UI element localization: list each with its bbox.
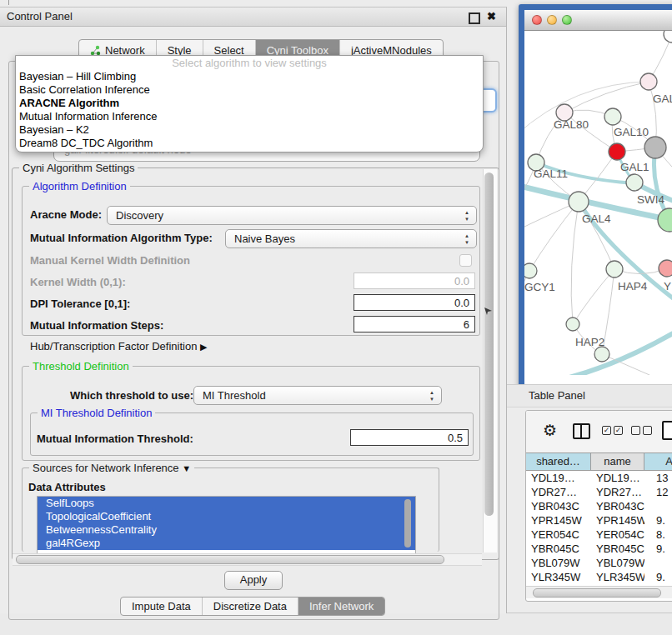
table-cell: 12 — [644, 485, 672, 499]
network-node-bottom-partial[interactable] — [594, 347, 609, 362]
table-hscrollbar-thumb[interactable] — [533, 588, 661, 598]
table-cell: YER054C — [526, 528, 591, 542]
minimize-traffic-light[interactable] — [547, 15, 557, 25]
network-node-gal4[interactable] — [569, 192, 589, 212]
dpi-tolerance-label: DPI Tolerance [0,1]: — [30, 298, 130, 310]
network-node-swi4[interactable] — [626, 174, 643, 191]
algorithm-option[interactable]: Bayesian – Hill Climbing — [16, 70, 483, 83]
table-row[interactable]: YBR043CYBR043C — [526, 499, 672, 513]
sources-title: Sources for Network Inference — [33, 462, 179, 474]
tab-impute-data[interactable]: Impute Data — [121, 598, 203, 615]
network-node-gray[interactable] — [644, 137, 666, 158]
column-header[interactable]: shared… — [526, 453, 591, 470]
manual-kernel-checkbox[interactable] — [459, 254, 472, 267]
table-body: YDL19…YDL19…13YDR27…YDR27…12YBR043CYBR04… — [526, 471, 672, 586]
node-label: SWI4 — [637, 193, 664, 206]
network-window-titlebar[interactable] — [524, 10, 672, 31]
document-icon[interactable] — [662, 421, 672, 440]
algorithm-option[interactable]: Bayesian – K2 — [16, 123, 483, 137]
table-row[interactable]: YPR145WYPR145W9. — [526, 513, 672, 528]
algorithm-option[interactable]: Mutual Information Inference — [16, 110, 483, 123]
network-node-hap2[interactable] — [566, 318, 579, 331]
attribute-list-scrollbar[interactable] — [404, 499, 411, 548]
table-row[interactable]: YBR045CYBR045C9. — [526, 542, 672, 556]
table-cell: YBR045C — [591, 542, 644, 556]
settings-scrollbar-thumb[interactable] — [484, 172, 494, 516]
sources-expander[interactable]: Sources for Network Inference ▼ — [29, 462, 194, 474]
network-icon — [90, 45, 101, 56]
mi-threshold-label: Mutual Information Threshold: — [37, 432, 193, 445]
network-node-top-partial[interactable] — [664, 31, 672, 42]
table-cell: 9. — [644, 542, 672, 556]
algorithm-option[interactable]: Dream8 DC_TDC Algorithm — [16, 137, 483, 150]
apply-button[interactable]: Apply — [224, 571, 283, 590]
table-row[interactable]: YDL19…YDL19…13 — [526, 471, 672, 485]
hub-definition-label: Hub/Transcription Factor Definition — [30, 340, 197, 352]
deselect-all-icon[interactable] — [631, 426, 652, 435]
checked-box-icon: ✓ — [614, 426, 623, 435]
window-edge-fragment — [8, 0, 9, 5]
table-panel: ⚙ ✓ ✓ shared…nameA YDL19…YDL19…13YDR27…Y… — [525, 410, 672, 602]
kernel-width-field[interactable]: 0.0 — [354, 272, 475, 289]
node-label: HAP4 — [618, 280, 648, 292]
close-traffic-light[interactable] — [532, 15, 542, 25]
network-node-pink-right[interactable] — [659, 260, 672, 277]
which-threshold-label: Which threshold to use: — [70, 389, 193, 402]
network-edge — [571, 202, 579, 324]
panel-title: Control Panel — [7, 10, 73, 22]
group-title: Cyni Algorithm Settings — [19, 162, 138, 174]
node-label: GAL11 — [534, 168, 568, 180]
table-cell: YBL079W — [526, 556, 591, 570]
table-hscrollbar-track[interactable] — [526, 586, 672, 598]
table-cell: YBR043C — [591, 499, 644, 513]
column-header[interactable]: name — [591, 453, 644, 470]
chevron-right-icon: ▶ — [200, 342, 207, 352]
network-node-green-big[interactable] — [658, 208, 672, 232]
network-node-gal10[interactable] — [604, 108, 621, 125]
node-label: GAL — [653, 92, 672, 105]
network-node-hap4[interactable] — [606, 261, 623, 278]
network-node-gal7-pink[interactable] — [640, 73, 657, 90]
hub-definition-expander[interactable]: Hub/Transcription Factor Definition ▶ — [30, 340, 207, 352]
manual-kernel-label: Manual Kernel Width Definition — [30, 254, 190, 267]
table-row[interactable]: YBL079WYBL079W — [526, 556, 672, 570]
table-row[interactable]: YLR345WYLR345W9. — [526, 570, 672, 584]
network-node-red[interactable] — [609, 143, 625, 160]
algorithm-option[interactable]: Basic Correlation Inference — [16, 83, 483, 97]
tab-discretize-data[interactable]: Discretize Data — [203, 598, 298, 615]
checked-box-icon: ✓ — [602, 426, 611, 435]
zoom-traffic-light[interactable] — [562, 15, 572, 25]
which-threshold-combo[interactable]: MI Threshold ▲▼ — [193, 386, 442, 405]
table-cell: YPR145W — [526, 513, 591, 528]
table-cell: YDL19… — [526, 471, 591, 485]
attribute-item[interactable]: TopologicalCoefficient — [38, 510, 415, 523]
attribute-item[interactable]: SelfLoops — [38, 497, 415, 510]
tab-label: Discretize Data — [213, 600, 287, 612]
algorithm-option[interactable]: ARACNE Algorithm — [16, 97, 483, 110]
dpi-tolerance-field[interactable]: 0.0 — [354, 294, 475, 311]
attribute-item[interactable]: gal4RGexp — [38, 537, 415, 550]
tab-infer-network[interactable]: Infer Network — [298, 598, 384, 615]
mi-type-combo[interactable]: Naive Bayes ▲▼ — [225, 229, 477, 248]
table-row[interactable]: YDR27…YDR27…12 — [526, 485, 672, 499]
mi-threshold-field[interactable]: 0.5 — [350, 429, 469, 446]
table-cell: YBR045C — [526, 542, 591, 556]
table-cell: YDR27… — [526, 485, 591, 499]
column-selector-icon[interactable] — [573, 423, 590, 439]
close-icon[interactable]: ✖ — [486, 11, 497, 22]
combo-arrows-icon: ▲▼ — [464, 209, 469, 222]
column-header[interactable]: A — [644, 453, 672, 470]
table-cell: 8. — [644, 528, 672, 542]
node-label: GCY1 — [524, 281, 555, 293]
gear-icon[interactable]: ⚙ — [543, 421, 557, 440]
network-node-gcy1[interactable] — [524, 263, 537, 278]
attribute-item[interactable]: BetweennessCentrality — [38, 523, 415, 537]
table-cell: YDR27… — [591, 485, 644, 499]
select-all-icon[interactable]: ✓ ✓ — [602, 426, 623, 435]
table-row[interactable]: YER054CYER054C8. — [526, 528, 672, 542]
aracne-mode-combo[interactable]: Discovery ▲▼ — [107, 206, 477, 225]
mi-steps-field[interactable]: 6 — [354, 316, 475, 332]
float-panel-icon[interactable] — [469, 12, 480, 24]
settings-hscrollbar-thumb[interactable] — [16, 555, 444, 564]
network-canvas[interactable]: GALGAL80GAL10GAL1GAL11SWI4GAL4GCY1HAP4YH… — [524, 31, 672, 375]
